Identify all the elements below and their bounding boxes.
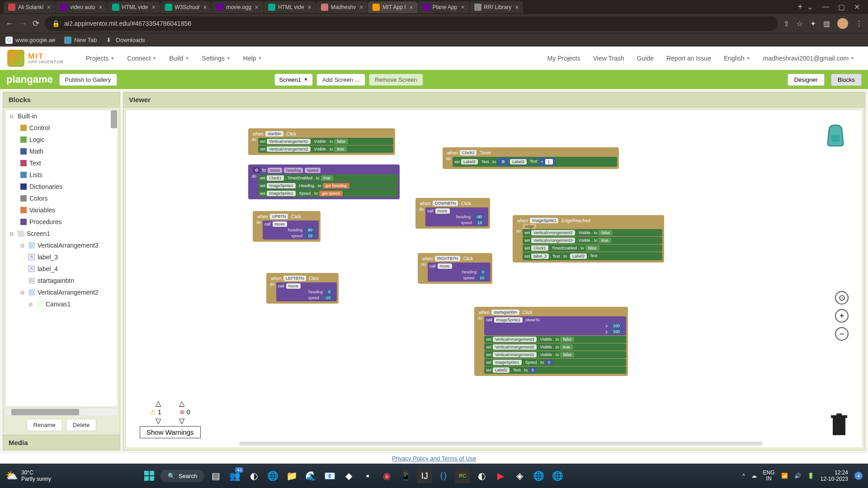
builtin-colors[interactable]: Colors: [6, 192, 117, 204]
collapse-icon[interactable]: ⊟: [9, 231, 15, 237]
nav-guide[interactable]: Guide: [631, 55, 660, 62]
edge-icon[interactable]: 🌊: [303, 468, 318, 483]
close-tab-icon[interactable]: ×: [409, 4, 413, 11]
add-screen-button[interactable]: Add Screen ...: [316, 74, 365, 86]
outlook-icon[interactable]: 📧: [322, 468, 337, 483]
blocks-button[interactable]: Blocks: [831, 74, 862, 86]
mit-logo[interactable]: MIT APP INVENTOR: [7, 50, 64, 67]
new-tab-button[interactable]: +: [797, 2, 802, 12]
close-tab-icon[interactable]: ×: [515, 4, 519, 11]
warn-up-icon[interactable]: △: [156, 399, 161, 408]
browser-tab[interactable]: MIT App I×: [368, 1, 417, 13]
err-down-icon[interactable]: ▽: [179, 417, 184, 425]
blocks-canvas[interactable]: whenstartbtn.Click do setVerticalArrange…: [126, 110, 862, 447]
close-tab-icon[interactable]: ×: [359, 4, 363, 11]
share-icon[interactable]: ⇪: [783, 19, 789, 28]
eclipse-icon[interactable]: ◐: [474, 468, 489, 483]
builtin-dictionaries[interactable]: Dictionaries: [6, 181, 117, 192]
block-rightbtn-click[interactable]: whenRIGHTBTN.Click do callmove heading0 …: [418, 253, 492, 284]
close-tab-icon[interactable]: ×: [99, 4, 103, 11]
close-tab-icon[interactable]: ×: [308, 4, 311, 11]
language-selector[interactable]: English ▼: [717, 55, 757, 62]
minimize-icon[interactable]: ―: [822, 3, 829, 11]
browser-tab[interactable]: HTML vide×: [108, 1, 160, 13]
remove-screen-button[interactable]: Remove Screen: [369, 74, 423, 86]
user-menu[interactable]: madheshravi2001@gmail.com ▼: [757, 55, 861, 62]
wifi-icon[interactable]: 📶: [781, 473, 788, 479]
browser-tab[interactable]: video auto×: [56, 1, 107, 13]
builtin-math[interactable]: Math: [6, 145, 117, 157]
block-downbtn-click[interactable]: whenDOWNBTN.Click do callmove heading-90…: [415, 198, 490, 229]
intellij-icon[interactable]: IJ: [417, 468, 432, 483]
menu-help[interactable]: Help ▼: [237, 55, 269, 62]
explorer-icon[interactable]: 📁: [284, 468, 299, 483]
block-edge-reached[interactable]: whenImageSprite1.EdgeReached edge do set…: [513, 215, 664, 263]
blocks-tree[interactable]: ⊟Built-in ControlLogicMathTextListsDicti…: [6, 110, 117, 406]
pycharm-icon[interactable]: PC: [455, 468, 470, 483]
close-tab-icon[interactable]: ×: [151, 4, 155, 11]
menu-build[interactable]: Build ▼: [163, 55, 195, 62]
app-icon-3[interactable]: 📱: [398, 468, 413, 483]
close-tab-icon[interactable]: ×: [47, 4, 51, 11]
tray-language[interactable]: ENGIN: [763, 470, 775, 482]
battery-icon[interactable]: 🔋: [807, 473, 814, 479]
browser-tab[interactable]: movie.ogg×: [212, 1, 263, 13]
tray-chevron-icon[interactable]: ^: [742, 473, 745, 479]
back-button[interactable]: ←: [5, 19, 14, 28]
teams-icon[interactable]: 👥43: [227, 468, 242, 483]
err-up-icon[interactable]: △: [179, 399, 184, 408]
collapse-icon[interactable]: ⊟: [9, 113, 15, 119]
publish-button[interactable]: Publish to Gallery: [59, 74, 117, 86]
tray-clock[interactable]: 12:2412-10-2023: [821, 469, 848, 483]
trash-icon[interactable]: [830, 413, 849, 436]
builtin-lists[interactable]: Lists: [6, 169, 117, 181]
block-leftbtn-click[interactable]: whenLEFTBTN.Click do callmove heading0 s…: [266, 273, 339, 304]
chrome-icon-3[interactable]: 🌐: [550, 468, 565, 483]
zoom-in-icon[interactable]: +: [835, 309, 849, 323]
url-input[interactable]: 🔒 ai2.appinventor.mit.edu/#4673394786041…: [45, 16, 778, 31]
canvas-hscroll[interactable]: [239, 441, 763, 446]
nav-view-trash[interactable]: View Trash: [587, 55, 631, 62]
volume-icon[interactable]: 🔊: [794, 473, 801, 479]
browser-tab[interactable]: Madheshv×: [316, 1, 368, 13]
menu-connect[interactable]: Connect ▼: [121, 55, 163, 62]
tree-screen1[interactable]: Screen1: [27, 230, 50, 237]
builtin-text[interactable]: Text: [6, 157, 117, 169]
block-upbtn-click[interactable]: whenUPBTN.Click do callmove heading90 sp…: [253, 211, 321, 242]
task-view-icon[interactable]: ▤: [208, 468, 223, 483]
delete-button[interactable]: Delete: [66, 419, 97, 431]
tree-startagainbtn[interactable]: startagainbtn: [38, 277, 74, 284]
block-clock-timer[interactable]: whenClock1.Timer do setLabel2. Text .to …: [443, 147, 619, 169]
block-move-procedure[interactable]: ⚙tomoveheadingspeed do setClock1. TimerE…: [248, 164, 400, 199]
designer-button[interactable]: Designer: [788, 74, 825, 86]
menu-settings[interactable]: Settings ▼: [195, 55, 237, 62]
builtin-variables[interactable]: Variables: [6, 204, 117, 216]
forward-button[interactable]: →: [19, 19, 27, 28]
collapse-icon[interactable]: ⊟: [20, 290, 26, 296]
bookmark-star-icon[interactable]: ☆: [797, 19, 803, 28]
privacy-link[interactable]: Privacy Policy and Terms of Use: [392, 455, 476, 462]
profile-avatar[interactable]: [837, 18, 848, 29]
chrome-menu-icon[interactable]: ⋮: [855, 19, 863, 28]
browser-tab[interactable]: W3School×: [160, 1, 212, 13]
close-tab-icon[interactable]: ×: [461, 4, 464, 11]
menu-projects[interactable]: Projects ▼: [80, 55, 121, 62]
copilot-icon[interactable]: ◐: [246, 468, 261, 483]
close-tab-icon[interactable]: ×: [255, 4, 259, 11]
maximize-icon[interactable]: ▢: [838, 3, 845, 11]
show-warnings-button[interactable]: Show Warnings: [140, 426, 201, 438]
block-startagain-click[interactable]: whenstartagainbtn.Click do callImageSpri…: [474, 307, 628, 376]
terminal-icon[interactable]: ▪: [360, 468, 375, 483]
browser-tab[interactable]: HTML vide×: [264, 1, 316, 13]
warn-down-icon[interactable]: ▽: [156, 417, 161, 425]
youtube-icon[interactable]: ▶: [493, 468, 508, 483]
nav-my-projects[interactable]: My Projects: [541, 55, 587, 62]
bookmark-google[interactable]: Gwww.google.ae: [5, 37, 55, 44]
taskbar-search[interactable]: 🔍Search: [160, 470, 204, 482]
rename-button[interactable]: Rename: [27, 419, 62, 431]
tree-label3[interactable]: label_3: [38, 253, 58, 261]
sidepanel-icon[interactable]: ▥: [823, 19, 830, 28]
bookmark-downloads[interactable]: ⬇Downloads: [106, 37, 145, 44]
chrome-icon-2[interactable]: 🌐: [531, 468, 546, 483]
close-tab-icon[interactable]: ×: [203, 4, 207, 11]
